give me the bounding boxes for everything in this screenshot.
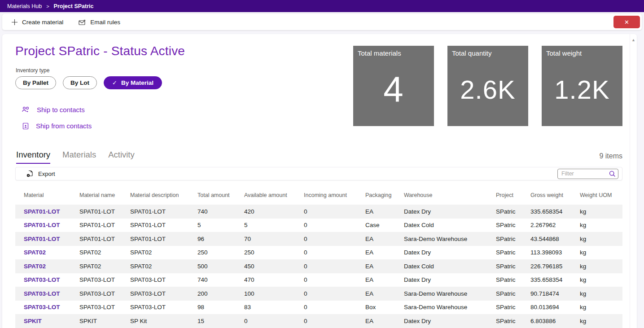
email-rules-button[interactable]: Email rules	[79, 19, 120, 26]
table-cell: 0	[244, 318, 304, 324]
table-cell: 15	[197, 318, 244, 324]
material-link[interactable]: SPAT01-LOT	[24, 208, 79, 215]
search-icon[interactable]	[609, 171, 616, 177]
breadcrumb-root[interactable]: Materials Hub	[7, 3, 42, 9]
toggle-by-material-label: By Material	[121, 79, 153, 86]
table-cell: SPatric	[496, 290, 530, 297]
material-link[interactable]: SPAT03-LOT	[24, 304, 79, 311]
toggle-by-material[interactable]: ✓ By Material	[104, 76, 162, 89]
table-cell: 83	[244, 304, 304, 311]
column-header[interactable]: Available amount	[244, 192, 304, 198]
table-cell: SPatric	[496, 318, 530, 324]
table-cell: 96	[197, 236, 244, 242]
column-header[interactable]: Incoming amount	[304, 192, 365, 198]
stat-total-weight: Total weight 1.2K	[542, 46, 622, 126]
table-cell: 0	[304, 263, 365, 270]
stat-value: 2.6K	[447, 57, 528, 122]
table-cell: EA	[365, 263, 404, 270]
email-rules-label: Email rules	[90, 19, 120, 26]
check-icon: ✓	[112, 79, 117, 86]
table-cell: SPAT01-LOT	[130, 208, 197, 215]
export-icon	[26, 170, 33, 177]
table-cell: Datex Dry	[404, 318, 496, 324]
table-cell: kg	[580, 222, 622, 228]
table-cell: SPAT03-LOT	[79, 304, 130, 311]
toggle-by-pallet[interactable]: By Pallet	[15, 76, 56, 89]
material-link[interactable]: SPAT02	[24, 249, 79, 256]
stat-cards: Total materials 4 Total quantity 2.6K To…	[353, 46, 622, 126]
close-button[interactable]: ✕	[613, 16, 640, 28]
table-cell: SPAT02	[130, 263, 197, 270]
table-cell: 0	[304, 236, 365, 242]
table-cell: 0	[304, 208, 365, 215]
column-header[interactable]: Total amount	[197, 192, 244, 198]
tab-activity[interactable]: Activity	[108, 150, 135, 164]
table-cell: SPAT02	[130, 249, 197, 256]
table-row[interactable]: SPAT03-LOTSPAT03-LOTSPAT03-LOT7404700EAD…	[15, 273, 622, 287]
table-cell: SPAT01-LOT	[79, 222, 130, 228]
table-cell: kg	[580, 236, 622, 242]
grid-toolbar: Export	[15, 167, 622, 180]
breadcrumb: Materials Hub > Project SPatric	[0, 0, 644, 12]
material-link[interactable]: SPKIT	[24, 318, 79, 324]
column-header[interactable]: Material	[24, 192, 79, 198]
table-cell: kg	[580, 290, 622, 297]
table-cell: 80.013694	[530, 304, 580, 311]
tab-materials[interactable]: Materials	[62, 150, 96, 164]
table-row[interactable]: SPAT02SPAT02SPAT025004500EADatex ColdSPa…	[15, 259, 622, 273]
column-header[interactable]: Material name	[79, 192, 130, 198]
table-row[interactable]: SPAT02SPAT02SPAT022502500EADatex DrySPat…	[15, 246, 622, 260]
material-link[interactable]: SPAT03-LOT	[24, 290, 79, 297]
table-row[interactable]: SPAT01-LOTSPAT01-LOTSPAT01-LOT550CaseDat…	[15, 219, 622, 232]
breadcrumb-separator: >	[46, 4, 49, 9]
table-cell: SPAT01-LOT	[79, 236, 130, 242]
table-cell: 0	[304, 276, 365, 283]
ship-from-contacts-link[interactable]: Ship from contacts	[22, 122, 92, 130]
tab-inventory[interactable]: Inventory	[16, 150, 50, 164]
material-link[interactable]: SPAT03-LOT	[24, 276, 79, 283]
ship-to-contacts-label: Ship to contacts	[37, 106, 85, 114]
table-cell: 500	[197, 263, 244, 270]
table-cell: 98	[197, 304, 244, 311]
table-cell: 335.658354	[530, 276, 580, 283]
column-header[interactable]: Gross weight	[530, 192, 580, 198]
material-link[interactable]: SPAT01-LOT	[24, 236, 79, 242]
toggle-by-lot[interactable]: By Lot	[63, 76, 97, 89]
scrollbar[interactable]: ▲	[630, 34, 637, 328]
table-row[interactable]: SPAT01-LOTSPAT01-LOTSPAT01-LOT96700EASar…	[15, 232, 622, 246]
ship-to-contacts-link[interactable]: Ship to contacts	[22, 106, 85, 114]
inventory-type-label: Inventory type	[16, 67, 49, 74]
material-link[interactable]: SPAT02	[24, 263, 79, 270]
table-cell: EA	[365, 208, 404, 215]
table-cell: Sara-Demo Warehouse	[404, 236, 496, 242]
create-material-button[interactable]: Create material	[11, 19, 63, 26]
table-cell: SPAT03-LOT	[130, 276, 197, 283]
table-cell: EA	[365, 290, 404, 297]
export-button[interactable]: Export	[26, 170, 55, 177]
table-cell: SPatric	[496, 249, 530, 256]
column-header[interactable]: Material description	[130, 192, 197, 198]
table-cell: SPatric	[496, 263, 530, 270]
material-link[interactable]: SPAT01-LOT	[24, 222, 79, 228]
table-cell: SPAT03-LOT	[130, 304, 197, 311]
table-cell: SPAT01-LOT	[130, 222, 197, 228]
column-header[interactable]: Warehouse	[404, 192, 496, 198]
table-cell: 0	[304, 249, 365, 256]
table-row[interactable]: SPAT01-LOTSPAT01-LOTSPAT01-LOT7404200EAD…	[15, 205, 622, 219]
breadcrumb-current: Project SPatric	[54, 3, 94, 9]
toggle-by-pallet-label: By Pallet	[23, 79, 48, 86]
column-header[interactable]: Project	[496, 192, 530, 198]
scroll-up-icon[interactable]: ▲	[631, 38, 635, 328]
table-cell: EA	[365, 236, 404, 242]
table-row[interactable]: SPAT03-LOTSPAT03-LOTSPAT03-LOT98830BoxSa…	[15, 301, 622, 315]
table-cell: 5	[197, 222, 244, 228]
column-header[interactable]: Packaging	[365, 192, 404, 198]
stat-value: 1.2K	[542, 57, 622, 122]
add-icon	[11, 19, 18, 26]
column-header[interactable]: Weight UOM	[580, 192, 622, 198]
table-row[interactable]: SPKITSPKITSP Kit1500EADatex DrySPatric6.…	[15, 314, 622, 328]
table-cell: SPAT02	[79, 263, 130, 270]
table-row[interactable]: SPAT03-LOTSPAT03-LOTSPAT03-LOT2001000EAS…	[15, 287, 622, 301]
table-cell: kg	[580, 249, 622, 256]
table-cell: Datex Cold	[404, 263, 496, 270]
